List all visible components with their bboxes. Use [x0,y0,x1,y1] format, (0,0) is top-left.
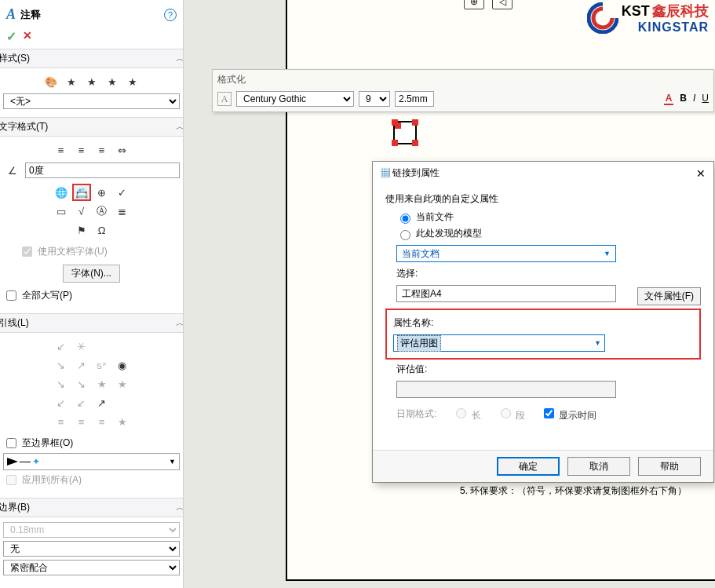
leader-style-7-icon[interactable]: sˣ [93,356,111,374]
insert-flag-icon[interactable]: ⚑ [72,221,91,239]
insert-weld-icon[interactable]: √ [72,203,91,220]
insert-surface-icon[interactable]: ✓ [113,184,132,201]
arrow-style-select[interactable]: ✦ ▼ [3,453,180,470]
style-remove-fav-icon[interactable]: ★ [82,73,101,90]
leader-label: 引线(L) [0,316,29,330]
section-textformat[interactable]: 文字格式(T) ︿ [0,117,184,137]
insert-datum-icon[interactable]: ▭ [52,203,71,220]
source-doc-select[interactable]: 当前文档▼ [396,245,616,262]
radio-found-model[interactable] [400,230,410,240]
align-justify-icon[interactable]: ⇔ [113,141,132,159]
logo-en: KINGSTAR [622,20,709,35]
ok-icon[interactable]: ✓ [6,29,16,44]
help-button[interactable]: 帮助 [638,457,701,476]
border-shape-select[interactable]: 无 [3,541,180,557]
date-format-row: 日期格式: 长 段 显示时间 [396,406,701,422]
leader-style-11-icon[interactable]: ★ [93,375,111,393]
font-button[interactable]: 字体(N)... [63,265,120,283]
leader-style-6-icon[interactable]: ↗ [72,356,91,374]
to-bbox-checkbox[interactable] [6,438,16,448]
format-toolbar: 格式化 A Century Gothic 9 A B I U [212,69,714,112]
style-select[interactable]: <无> [3,93,180,109]
leader-style-20-icon[interactable]: ★ [113,413,132,430]
leader-style-8-icon[interactable]: ◉ [113,356,132,374]
insert-hyperlink-icon[interactable]: 🌐 [52,184,71,201]
textformat-label: 文字格式(T) [0,120,48,133]
to-bbox-label: 至边界框(O) [22,436,73,450]
style-paint-icon[interactable]: 🎨 [42,73,60,90]
style-load-icon[interactable]: ★ [103,73,122,90]
leader-style-9-icon[interactable]: ↘ [52,375,71,393]
insert-symbol-icon[interactable]: Ω [93,221,111,239]
leader-style-17-icon[interactable]: ≡ [52,413,71,430]
radio-current-label: 当前文件 [416,210,454,224]
border-fit-select[interactable]: 紧密配合 [3,560,180,575]
ok-button[interactable]: 确定 [497,457,560,476]
leader-style-2-icon[interactable]: ⚹ [72,338,91,355]
leader-style-3-icon[interactable] [93,338,111,355]
font-family-select[interactable]: Century Gothic [236,91,354,107]
leader-style-15-icon[interactable]: ↗ [93,394,111,411]
cancel-icon[interactable]: ✕ [23,29,32,44]
close-icon[interactable]: ✕ [696,167,706,180]
annotation-icon: A [6,6,16,23]
chevron-up-icon: ︿ [176,317,184,329]
leader-style-4-icon[interactable] [113,338,132,355]
style-add-fav-icon[interactable]: ★ [62,73,81,90]
date-short-radio [501,408,511,418]
leader-style-18-icon[interactable]: ≡ [72,413,91,430]
leader-style-1-icon[interactable]: ↙ [52,338,71,355]
help-icon[interactable]: ? [164,9,177,21]
use-custom-label: 使用来自此项的自定义属性 [385,192,701,206]
property-name-label: 属性名称: [393,316,693,330]
annotation-selection-marker[interactable] [393,121,417,144]
italic-icon[interactable]: I [693,93,695,105]
border-width-select: 0.18mm [3,522,180,538]
leader-style-16-icon[interactable] [113,394,132,411]
radio-current-file[interactable] [400,214,410,224]
align-center-icon[interactable]: ≡ [72,141,91,159]
eval-label: 评估值: [396,363,701,376]
file-properties-button[interactable]: 文件属性(F) [637,287,701,305]
select-label: 选择: [396,267,701,280]
leader-style-19-icon[interactable]: ≡ [93,413,111,430]
insert-stack-icon[interactable]: ≣ [113,203,132,220]
font-height-input[interactable] [395,91,434,107]
section-leader[interactable]: 引线(L) ︿ [0,313,184,333]
link-to-property-icon[interactable]: 📇 [72,184,91,201]
leader-style-10-icon[interactable]: ↘ [72,375,91,393]
apply-all-label: 应用到所有(A) [22,473,82,487]
font-size-select[interactable]: 9 [359,91,390,107]
leader-style-5-icon[interactable]: ↘ [52,356,71,374]
style-label: 样式(S) [0,52,30,65]
chevron-up-icon: ︿ [176,502,184,513]
select-value-field: 工程图A4 [396,285,616,302]
show-time-checkbox[interactable] [544,408,554,418]
dialog-titlebar[interactable]: ▦ 链接到属性 ✕ [373,162,713,184]
leader-style-14-icon[interactable]: ↙ [72,394,91,411]
border-label: 边界(B) [0,501,30,514]
leader-style-13-icon[interactable]: ↙ [52,394,71,411]
style-save-icon[interactable]: ★ [123,73,142,90]
section-border[interactable]: 边界(B) ︿ [0,498,184,517]
align-left-icon[interactable]: ≡ [52,141,71,159]
angle-icon: ∠ [3,162,22,179]
all-caps-checkbox[interactable] [6,290,16,301]
property-name-select[interactable]: 评估用图▼ [393,334,605,352]
bold-icon[interactable]: B [680,93,687,105]
align-right-icon[interactable]: ≡ [93,141,111,159]
view-origin-icon[interactable]: ⊕ [464,0,484,9]
all-caps-label: 全部大写(P) [22,289,72,302]
insert-gtol-icon[interactable]: ⊕ [93,184,111,201]
angle-input[interactable] [25,163,180,178]
company-logo: KST 鑫辰科技 KINGSTAR [587,2,709,35]
chevron-up-icon: ︿ [176,53,184,64]
leader-style-12-icon[interactable]: ★ [113,375,132,393]
note-type-icon[interactable]: A [217,92,232,106]
section-style[interactable]: 样式(S) ︿ [0,49,184,68]
view-projection-icon[interactable]: ◁ [492,0,513,9]
cancel-button[interactable]: 取消 [567,457,630,476]
underline-icon[interactable]: U [702,93,709,105]
insert-hole-icon[interactable]: Ⓐ [93,203,111,220]
font-color-icon[interactable]: A [664,93,674,105]
